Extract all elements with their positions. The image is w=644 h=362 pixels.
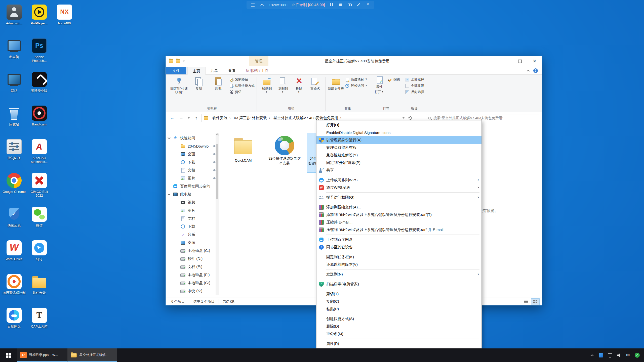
nav-item[interactable]: 文档 <box>166 166 219 174</box>
properties-split-button[interactable]: 属性 打开 <box>372 75 387 94</box>
nav-scrollbar[interactable] <box>216 133 219 295</box>
ribbon-button[interactable]: 反向选择 <box>405 90 424 94</box>
quick-access-caret-icon[interactable] <box>183 61 185 62</box>
nav-item[interactable]: 此电脑 <box>166 190 219 198</box>
context-menu-item[interactable]: 共享 <box>316 166 481 174</box>
context-menu-item[interactable]: 同步至其它设备 <box>316 243 481 251</box>
ribbon-button[interactable]: 固定到"快速访问" <box>169 75 189 95</box>
context-menu-item[interactable]: 压缩并 E-mail... <box>316 218 481 226</box>
desktop-icon[interactable]: 微信 <box>27 206 52 240</box>
new-folder-quick-icon[interactable] <box>176 59 180 63</box>
file-item[interactable]: 32位操作系统双击这个安装 <box>266 133 303 168</box>
nav-item[interactable]: 本地磁盘 (G:) <box>166 279 219 287</box>
ribbon-tab[interactable]: 共享 <box>206 67 223 74</box>
ribbon-button[interactable]: 移动到 <box>259 75 275 93</box>
help-icon[interactable] <box>533 68 538 73</box>
tray-icon-button[interactable] <box>588 348 596 362</box>
nav-item[interactable]: 系统 (K:) <box>166 287 219 295</box>
start-button[interactable] <box>0 348 17 362</box>
tray-icon-button[interactable]: 中 <box>624 348 632 362</box>
ribbon-button[interactable]: 复制到 <box>275 75 291 93</box>
properties-quick-icon[interactable] <box>169 59 173 63</box>
file-item[interactable]: QuickCAM <box>225 133 262 165</box>
up-button[interactable]: ↑ <box>192 114 200 122</box>
nav-item[interactable]: 图片 <box>166 206 219 214</box>
context-menu-item[interactable]: 剪切(T) <box>316 290 481 298</box>
ribbon-tab[interactable]: 文件 <box>166 67 186 74</box>
recorder-draw-button[interactable] <box>356 3 361 7</box>
tray-icon-button[interactable] <box>615 348 623 362</box>
context-menu-item[interactable]: 扫描病毒(电脑管家) <box>316 280 481 288</box>
recorder-stop-button[interactable] <box>338 3 343 7</box>
back-button[interactable]: ← <box>168 114 176 122</box>
thumbnail-view-button[interactable] <box>531 299 539 305</box>
tray-icon-button[interactable] <box>606 348 614 362</box>
ribbon-tab[interactable]: 查看 <box>223 67 241 74</box>
taskbar-app-button[interactable]: 星空外挂正式破解... <box>67 348 117 362</box>
tree-chevron-icon[interactable] <box>168 193 170 195</box>
recorder-boost-icon[interactable] <box>260 3 264 7</box>
tray-icon-button[interactable] <box>597 348 605 362</box>
ribbon-button[interactable]: 全部选择 <box>405 77 424 82</box>
maximize-button[interactable] <box>513 56 527 66</box>
recent-locations-caret-icon[interactable] <box>186 114 191 122</box>
desktop-icon[interactable]: 剪映专业版 <box>27 71 52 105</box>
desktop-icon[interactable]: 回收站 <box>2 105 27 139</box>
ribbon-button[interactable]: 粘贴 <box>209 75 228 91</box>
nav-item[interactable]: 下载 <box>166 158 219 166</box>
ribbon-button[interactable]: 编辑 <box>388 77 400 82</box>
collapse-ribbon-icon[interactable] <box>527 70 530 72</box>
desktop-icon[interactable]: AutoCAD Mechanic... <box>27 139 52 172</box>
close-button[interactable] <box>527 56 542 66</box>
ribbon-button[interactable]: 剪切 <box>229 90 255 94</box>
nav-scrollbar-thumb[interactable] <box>216 144 218 199</box>
desktop-icon[interactable]: 此电脑 <box>2 38 27 71</box>
ribbon-button[interactable]: 粘贴快捷方式 <box>229 83 255 88</box>
minimize-button[interactable] <box>498 56 513 66</box>
context-menu-item[interactable]: 兼容性疑难解答(Y) <box>316 151 481 159</box>
desktop-icon[interactable]: 软件安装 <box>27 274 52 307</box>
nav-item[interactable]: 文档 <box>166 214 219 222</box>
desktop-icon[interactable]: CAP工具箱 <box>27 307 52 341</box>
breadcrumb-item[interactable]: 星空外挂正式破解V7.403安装包免费用 <box>271 116 343 120</box>
ribbon-button[interactable]: 轻松访问 <box>345 83 368 88</box>
desktop-icon[interactable]: Administr... <box>2 4 27 38</box>
context-menu-item[interactable]: 固定到"开始"屏幕(P) <box>316 159 481 166</box>
breadcrumb-item[interactable]: 03.第三步-外挂安装 <box>232 116 271 120</box>
ribbon-tab[interactable]: 应用程序工具 <box>241 67 273 74</box>
nav-item[interactable]: 音乐 <box>166 231 219 239</box>
context-menu-item[interactable]: 创建快捷方式(S) <box>316 315 481 323</box>
ribbon-button[interactable]: 全部取消 <box>405 83 424 88</box>
breadcrumb-chevron-icon[interactable] <box>229 116 232 120</box>
desktop-icon[interactable]: WPS Office <box>2 240 27 274</box>
ribbon-button[interactable]: 新建文件夹 <box>328 75 344 91</box>
taskbar-app-button[interactable]: 课程目录.pptx - W... <box>17 348 67 362</box>
tree-chevron-icon[interactable] <box>168 136 170 139</box>
desktop-icon[interactable]: 快速还原 <box>2 206 27 240</box>
desktop-icon[interactable]: CIMCO Edit 2022 <box>27 172 52 206</box>
refresh-icon[interactable] <box>409 116 412 120</box>
context-menu-item[interactable]: Enable/Disable Digital Signature Icons <box>316 129 481 136</box>
breadcrumb-item[interactable]: 软件安装 <box>210 116 232 120</box>
open-dropdown-button[interactable]: 打开 <box>375 90 384 94</box>
context-menu-item[interactable]: 固定到任务栏(K) <box>316 253 481 261</box>
context-menu-item[interactable]: 管理员取得所有权 <box>316 144 481 151</box>
context-menu-item[interactable]: 通过WPS发送 <box>316 184 481 191</box>
desktop-icon[interactable]: 向日葵远程控制 <box>2 274 27 307</box>
nav-item[interactable]: 桌面 <box>166 239 219 247</box>
context-menu-item[interactable]: 删除(D) <box>316 323 481 330</box>
title-bar[interactable]: 管理 星空外挂正式破解V7.403安装包免费用 <box>166 56 542 66</box>
desktop-icon[interactable]: 控制面板 <box>2 139 27 172</box>
ribbon-button[interactable]: 新建项目 <box>345 77 368 82</box>
ribbon-button[interactable]: 重命名 <box>307 75 323 91</box>
context-menu-item[interactable]: 粘贴(P) <box>316 305 481 313</box>
context-menu-item[interactable]: 复制(C) <box>316 298 481 305</box>
nav-item[interactable]: 百度网盘同步空间 <box>166 182 219 190</box>
desktop-icon[interactable]: 百度网盘 <box>2 307 27 341</box>
desktop-icon[interactable]: 网络 <box>2 71 27 105</box>
recorder-menu-icon[interactable] <box>251 3 255 7</box>
nav-item[interactable]: 下载 <box>166 222 219 231</box>
nav-item[interactable]: 图片 <box>166 174 219 182</box>
context-menu-item[interactable]: 压缩到 "64位win7及以上系统右键以管理员身份运行安装.rar" 并 E-m… <box>316 226 481 234</box>
desktop-icon[interactable]: Bandicam <box>27 105 52 139</box>
